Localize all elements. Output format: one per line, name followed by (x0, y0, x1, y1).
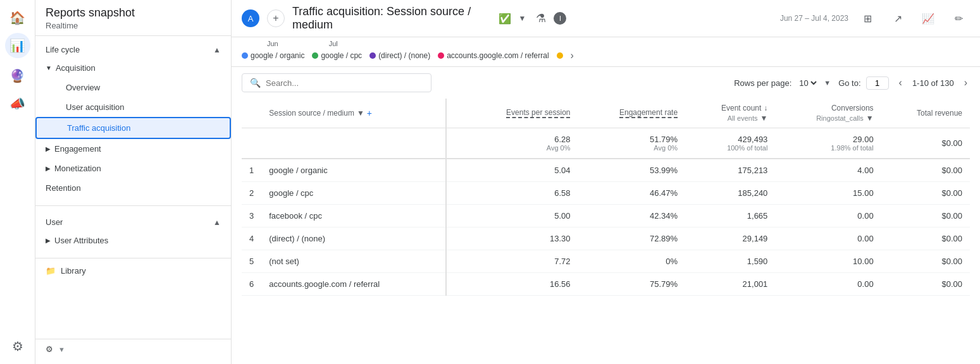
sidebar-item-user-attributes[interactable]: ▶ User Attributes (35, 231, 231, 250)
acquisition-expand-icon: ▼ (46, 64, 52, 71)
lifecycle-label: Life cycle (46, 45, 80, 54)
summary-ec: 429,493 100% of total (685, 128, 775, 159)
sidebar-settings-row[interactable]: ⚙ Settings ▼ (35, 339, 231, 359)
row-er: 46.47% (578, 182, 685, 205)
pagination-controls: Rows per page: 10 25 50 ▼ Go to: ‹ 1-10 … (734, 75, 970, 91)
sidebar-divider-2 (35, 258, 231, 258)
main-header: A + Traffic acquisition: Session source … (232, 0, 980, 37)
row-ec: 175,213 (685, 159, 775, 182)
sidebar-item-library[interactable]: 📁 Library (35, 261, 231, 281)
page-title: Traffic acquisition: Session source / me… (292, 5, 491, 32)
sidebar-item-engagement[interactable]: ▶ Engagement (35, 139, 231, 159)
advertising-icon[interactable]: 📣 (5, 91, 30, 116)
nav-icons-panel: 🏠 📊 🔮 📣 ⚙ (0, 0, 35, 364)
summary-er: 51.79% Avg 0% (578, 128, 685, 159)
summary-source (261, 128, 446, 159)
row-er: 0% (578, 250, 685, 273)
chart-month-jun: Jun (267, 40, 278, 47)
row-rev: $0.00 (881, 182, 970, 205)
overview-label: Overview (66, 83, 100, 92)
prev-page-button[interactable]: ‹ (896, 75, 905, 91)
row-rev: $0.00 (881, 273, 970, 296)
sidebar-item-user-acquisition[interactable]: User acquisition (35, 97, 231, 117)
rev-label: Total revenue (917, 109, 962, 118)
sidebar-divider (35, 205, 231, 206)
row-rev: $0.00 (881, 205, 970, 228)
eps-label: Events per session (506, 108, 570, 118)
sidebar-item-acquisition[interactable]: ▼ Acquisition (35, 58, 231, 78)
chart-legend: google / organic google / cpc (direct) /… (242, 50, 970, 61)
share-link-button[interactable]: ⊞ (856, 7, 879, 30)
row-source: (direct) / (none) (261, 228, 446, 250)
sidebar-item-overview[interactable]: Overview (35, 78, 231, 97)
share-button[interactable]: ↗ (886, 7, 909, 30)
user-attributes-expand-icon: ▶ (46, 237, 51, 244)
ec-sub-dropdown[interactable]: ▼ (760, 114, 767, 123)
legend-dot-0 (242, 52, 248, 59)
th-total-revenue: Total revenue (881, 99, 970, 128)
summary-eps: 6.28 Avg 0% (462, 128, 578, 159)
user-attributes-label: User Attributes (54, 236, 108, 245)
row-eps: 16.56 (462, 273, 578, 296)
legend-label-0: google / organic (251, 51, 304, 60)
row-er: 53.99% (578, 159, 685, 182)
rows-per-page-control: Rows per page: 10 25 50 ▼ (734, 78, 831, 88)
row-divider (446, 273, 462, 296)
sidebar-item-monetization[interactable]: ▶ Monetization (35, 159, 231, 178)
analytics-icon[interactable]: 📊 (5, 33, 30, 58)
search-input[interactable] (266, 78, 423, 88)
sidebar-item-retention[interactable]: Retention (35, 178, 231, 198)
info-badge[interactable]: I (554, 12, 566, 25)
row-source: google / organic (261, 159, 446, 182)
page-number-input[interactable] (866, 76, 889, 90)
sidebar-subtitle[interactable]: Realtime (46, 21, 221, 30)
row-eps: 5.04 (462, 159, 578, 182)
user-header[interactable]: User ▲ (35, 214, 231, 231)
summary-er-sub: Avg 0% (585, 144, 678, 152)
summary-ec-value: 429,493 (693, 135, 767, 144)
row-source: accounts.google.com / referral (261, 273, 446, 296)
legend-label-1: google / cpc (321, 51, 362, 60)
conv-sub-label: Ringostat_calls (816, 114, 864, 122)
legend-dot-2 (369, 52, 376, 59)
lifecycle-header[interactable]: Life cycle ▲ (35, 41, 231, 58)
th-event-count: Event count ↓ All events ▼ (685, 99, 775, 128)
title-dropdown-icon[interactable]: ▼ (519, 14, 526, 23)
home-icon[interactable]: 🏠 (5, 5, 30, 30)
session-source-sort-icon[interactable]: ▼ (357, 109, 364, 118)
ec-label: Event count (721, 104, 761, 112)
add-dimension-icon[interactable]: + (367, 108, 372, 118)
sidebar-item-traffic-acquisition[interactable]: Traffic acquisition (35, 117, 231, 139)
search-box[interactable]: 🔍 (242, 73, 431, 92)
summary-conv: 29.00 1.98% of total (775, 128, 881, 159)
er-label: Engagement rate (619, 108, 678, 118)
legend-next-arrow[interactable]: › (571, 50, 574, 61)
chart-month-jul: Jul (329, 40, 338, 47)
row-eps: 6.58 (462, 182, 578, 205)
edit-button[interactable]: ✏ (947, 7, 970, 30)
row-divider (446, 159, 462, 182)
compare-button[interactable]: 📈 (917, 7, 940, 30)
page-nav: Go to: (838, 76, 888, 90)
lifecycle-section: Life cycle ▲ ▼ Acquisition Overview User… (35, 36, 231, 203)
row-ec: 185,240 (685, 182, 775, 205)
conv-sub-dropdown[interactable]: ▼ (866, 114, 874, 123)
explore-icon[interactable]: 🔮 (5, 63, 30, 88)
row-er: 42.34% (578, 205, 685, 228)
lifecycle-chevron: ▲ (213, 46, 221, 54)
legend-dot-3 (438, 52, 444, 59)
row-er: 75.79% (578, 273, 685, 296)
row-num: 3 (242, 205, 261, 228)
filter-icon[interactable]: ⚗ (536, 11, 546, 25)
summary-ec-sub: 100% of total (693, 144, 767, 152)
row-eps: 7.72 (462, 250, 578, 273)
row-num: 6 (242, 273, 261, 296)
summary-eps-sub: Avg 0% (469, 144, 570, 152)
table-row: 6 accounts.google.com / referral 16.56 7… (242, 273, 970, 296)
add-comparison-button[interactable]: + (267, 9, 285, 27)
settings-icon[interactable]: ⚙ (5, 334, 30, 359)
rows-per-page-select[interactable]: 10 25 50 (797, 78, 819, 88)
next-page-button[interactable]: › (962, 75, 970, 91)
row-er: 72.89% (578, 228, 685, 250)
row-source: facebook / cpc (261, 205, 446, 228)
